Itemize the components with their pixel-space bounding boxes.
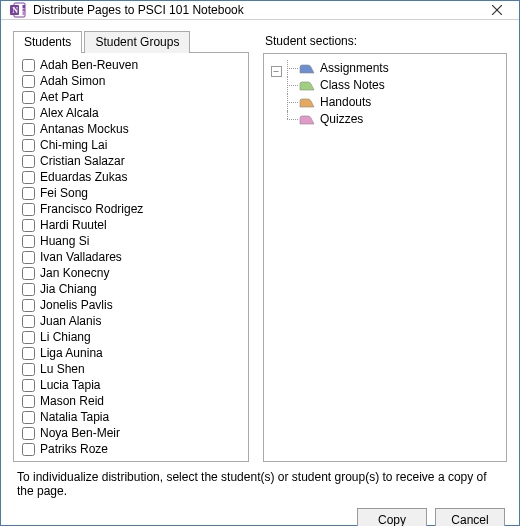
student-row[interactable]: Hardi Ruutel — [16, 217, 246, 233]
student-name: Jonelis Pavlis — [40, 297, 113, 313]
student-checkbox[interactable] — [22, 267, 35, 280]
svg-rect-2 — [23, 9, 26, 12]
student-name: Lucia Tapia — [40, 377, 101, 393]
student-row[interactable]: Ivan Valladares — [16, 249, 246, 265]
student-checkbox[interactable] — [22, 427, 35, 440]
student-checkbox[interactable] — [22, 283, 35, 296]
student-name: Jan Konecny — [40, 265, 109, 281]
student-checkbox[interactable] — [22, 315, 35, 328]
section-tab-icon — [298, 114, 316, 126]
student-row[interactable]: Jia Chiang — [16, 281, 246, 297]
window-title: Distribute Pages to PSCI 101 Notebook — [33, 3, 475, 17]
student-checkbox[interactable] — [22, 379, 35, 392]
student-name: Chi-ming Lai — [40, 137, 107, 153]
student-row[interactable]: Natalia Tapia — [16, 409, 246, 425]
student-name: Natalia Tapia — [40, 409, 109, 425]
student-checkbox[interactable] — [22, 219, 35, 232]
student-name: Aet Part — [40, 89, 83, 105]
student-checkbox[interactable] — [22, 139, 35, 152]
student-row[interactable]: Adah Simon — [16, 73, 246, 89]
student-checkbox[interactable] — [22, 107, 35, 120]
student-checkbox[interactable] — [22, 363, 35, 376]
student-row[interactable]: Antanas Mockus — [16, 121, 246, 137]
student-checkbox[interactable] — [22, 299, 35, 312]
student-row[interactable]: Francisco Rodrigez — [16, 201, 246, 217]
student-checkbox[interactable] — [22, 203, 35, 216]
student-name: Hardi Ruutel — [40, 217, 107, 233]
section-label: Assignments — [320, 60, 389, 77]
student-row[interactable]: Eduardas Zukas — [16, 169, 246, 185]
student-checkbox[interactable] — [22, 235, 35, 248]
footer-buttons: Copy Cancel — [13, 508, 507, 526]
tree-connector — [284, 60, 298, 77]
student-row[interactable]: Lu Shen — [16, 361, 246, 377]
section-item[interactable]: Class Notes — [284, 77, 502, 94]
student-checkbox[interactable] — [22, 347, 35, 360]
svg-rect-1 — [23, 5, 26, 8]
dialog-body: Students Student Groups Adah Ben-ReuvenA… — [1, 20, 519, 526]
tree-items: AssignmentsClass NotesHandoutsQuizzes — [284, 60, 502, 128]
section-tab-icon — [298, 80, 316, 92]
student-checkbox[interactable] — [22, 331, 35, 344]
student-name: Juan Alanis — [40, 313, 101, 329]
tab-bar: Students Student Groups — [13, 31, 249, 53]
student-checkbox[interactable] — [22, 171, 35, 184]
student-row[interactable]: Li Chiang — [16, 329, 246, 345]
left-column: Students Student Groups Adah Ben-ReuvenA… — [13, 30, 249, 462]
copy-button[interactable]: Copy — [357, 508, 427, 526]
student-name: Lu Shen — [40, 361, 85, 377]
sections-label: Student sections: — [263, 30, 507, 53]
section-item[interactable]: Assignments — [284, 60, 502, 77]
tab-student-groups[interactable]: Student Groups — [84, 31, 190, 53]
student-name: Li Chiang — [40, 329, 91, 345]
student-row[interactable]: Cristian Salazar — [16, 153, 246, 169]
student-checkbox[interactable] — [22, 91, 35, 104]
student-list[interactable]: Adah Ben-ReuvenAdah SimonAet PartAlex Al… — [14, 53, 248, 461]
student-name: Huang Si — [40, 233, 89, 249]
tab-students[interactable]: Students — [13, 31, 82, 53]
content-row: Students Student Groups Adah Ben-ReuvenA… — [13, 30, 507, 462]
student-row[interactable]: Chi-ming Lai — [16, 137, 246, 153]
student-row[interactable]: Liga Aunina — [16, 345, 246, 361]
student-name: Adah Ben-Reuven — [40, 57, 138, 73]
student-row[interactable]: Fei Song — [16, 185, 246, 201]
svg-text:N: N — [12, 6, 18, 15]
sections-panel: – AssignmentsClass NotesHandoutsQuizzes — [263, 53, 507, 462]
student-row[interactable]: Aet Part — [16, 89, 246, 105]
student-name: Liga Aunina — [40, 345, 103, 361]
section-item[interactable]: Handouts — [284, 94, 502, 111]
student-name: Francisco Rodrigez — [40, 201, 143, 217]
right-column: Student sections: – AssignmentsClass Not… — [263, 30, 507, 462]
student-checkbox[interactable] — [22, 123, 35, 136]
tree-collapse-icon[interactable]: – — [271, 66, 282, 77]
student-row[interactable]: Alex Alcala — [16, 105, 246, 121]
student-row[interactable]: Noya Ben-Meir — [16, 425, 246, 441]
student-row[interactable]: Mason Reid — [16, 393, 246, 409]
student-name: Alex Alcala — [40, 105, 99, 121]
student-name: Fei Song — [40, 185, 88, 201]
close-button[interactable] — [475, 1, 519, 19]
cancel-button[interactable]: Cancel — [435, 508, 505, 526]
onenote-icon: N — [9, 1, 27, 19]
student-checkbox[interactable] — [22, 75, 35, 88]
student-name: Cristian Salazar — [40, 153, 125, 169]
student-checkbox[interactable] — [22, 59, 35, 72]
section-label: Handouts — [320, 94, 371, 111]
student-row[interactable]: Adah Ben-Reuven — [16, 57, 246, 73]
student-checkbox[interactable] — [22, 187, 35, 200]
student-checkbox[interactable] — [22, 155, 35, 168]
student-checkbox[interactable] — [22, 443, 35, 456]
tree-connector — [284, 94, 298, 111]
student-row[interactable]: Lucia Tapia — [16, 377, 246, 393]
student-row[interactable]: Jan Konecny — [16, 265, 246, 281]
section-item[interactable]: Quizzes — [284, 111, 502, 128]
student-checkbox[interactable] — [22, 395, 35, 408]
student-row[interactable]: Juan Alanis — [16, 313, 246, 329]
student-name: Ivan Valladares — [40, 249, 122, 265]
student-row[interactable]: Jonelis Pavlis — [16, 297, 246, 313]
student-checkbox[interactable] — [22, 411, 35, 424]
distribute-pages-dialog: N Distribute Pages to PSCI 101 Notebook … — [0, 0, 520, 526]
student-row[interactable]: Patriks Roze — [16, 441, 246, 457]
student-row[interactable]: Huang Si — [16, 233, 246, 249]
student-checkbox[interactable] — [22, 251, 35, 264]
